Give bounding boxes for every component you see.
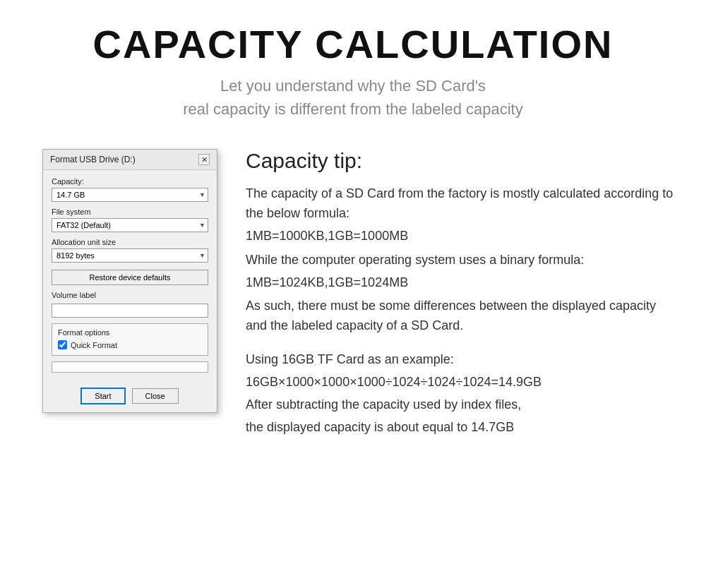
quick-format-label: Quick Format: [71, 341, 117, 349]
volume-label-label: Volume label: [52, 291, 208, 299]
allocation-select[interactable]: 8192 bytes: [52, 248, 208, 263]
format-options-legend: Format options: [58, 328, 202, 337]
dialog-titlebar: Format USB Drive (D:) ✕: [43, 150, 217, 170]
dialog-title: Format USB Drive (D:): [50, 155, 136, 164]
dialog-body: Capacity: 14.7 GB ▼ File system FAT32 (D…: [43, 170, 217, 381]
displayed-capacity: the displayed capacity is about equal to…: [246, 418, 678, 438]
capacity-label: Capacity:: [52, 177, 208, 186]
close-button[interactable]: Close: [132, 388, 179, 404]
filesystem-select-wrapper: FAT32 (Default) ▼: [52, 218, 208, 232]
capacity-tip-heading: Capacity tip:: [246, 149, 678, 173]
page-title: CAPACITY CALCULATION: [28, 21, 678, 67]
allocation-select-wrapper: 8192 bytes ▼: [52, 248, 208, 263]
filesystem-select[interactable]: FAT32 (Default): [52, 218, 208, 232]
capacity-select-wrapper: 14.7 GB ▼: [52, 188, 208, 202]
subtitle-line2: real capacity is different from the labe…: [183, 100, 522, 118]
dialog-footer: Start Close: [43, 381, 217, 412]
allocation-label: Allocation unit size: [52, 238, 208, 246]
header-subtitle: Let you understand why the SD Card's rea…: [28, 74, 678, 121]
restore-defaults-button[interactable]: Restore device defaults: [52, 270, 208, 285]
formula2: 1MB=1024KB,1GB=1024MB: [246, 273, 678, 293]
example-intro: Using 16GB TF Card as an example:: [246, 350, 678, 370]
page-header: CAPACITY CALCULATION Let you understand …: [0, 0, 706, 135]
capacity-tip-para2: While the computer operating system uses…: [246, 251, 678, 270]
filesystem-label: File system: [52, 208, 208, 216]
example-section: Using 16GB TF Card as an example: 16GB×1…: [246, 350, 678, 438]
quick-format-checkbox[interactable]: [58, 340, 67, 349]
progress-bar: [52, 361, 208, 373]
after-subtracting: After subtracting the capacity used by i…: [246, 395, 678, 415]
formula1: 1MB=1000KB,1GB=1000MB: [246, 227, 678, 246]
quick-format-row: Quick Format: [58, 340, 202, 349]
capacity-tip-para3: As such, there must be some differences …: [246, 296, 678, 336]
start-button[interactable]: Start: [81, 388, 124, 404]
subtitle-line1: Let you understand why the SD Card's: [220, 77, 486, 95]
capacity-select[interactable]: 14.7 GB: [52, 188, 208, 202]
capacity-tip-section: Capacity tip: The capacity of a SD Card …: [246, 149, 678, 440]
format-options-group: Format options Quick Format: [52, 323, 208, 356]
volume-label-input[interactable]: [52, 304, 208, 318]
dialog-close-button[interactable]: ✕: [198, 154, 210, 165]
example-calc: 16GB×1000×1000×1000÷1024÷1024÷1024=14.9G…: [246, 373, 678, 392]
format-dialog: Format USB Drive (D:) ✕ Capacity: 14.7 G…: [42, 149, 217, 413]
main-content: Format USB Drive (D:) ✕ Capacity: 14.7 G…: [0, 135, 706, 462]
capacity-tip-para1: The capacity of a SD Card from the facto…: [246, 184, 678, 224]
